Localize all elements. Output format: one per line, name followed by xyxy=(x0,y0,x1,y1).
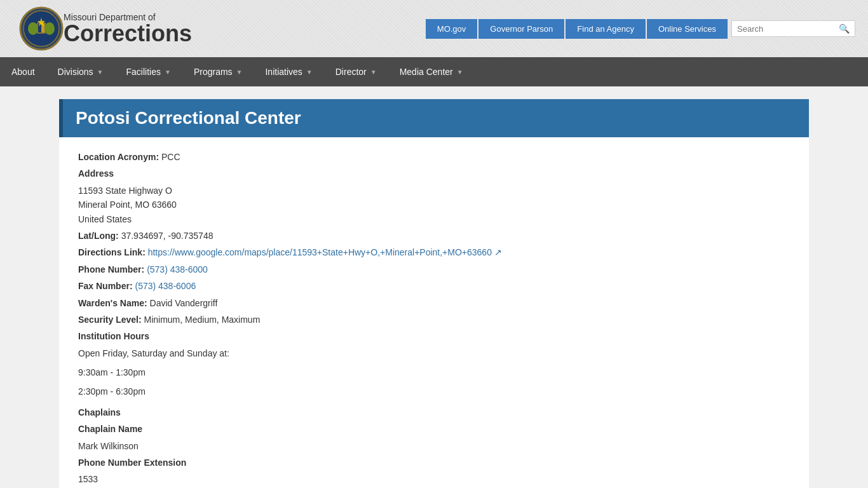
fax-link[interactable]: (573) 438-6006 xyxy=(135,281,196,291)
address-label: Address xyxy=(78,168,114,179)
address-block: 11593 State Highway O Mineral Point, MO … xyxy=(78,184,790,226)
page-content: Potosi Correctional Center Location Acro… xyxy=(59,99,809,488)
fax-label: Fax Number: xyxy=(78,281,133,291)
chaplains-label: Chaplains xyxy=(78,407,121,417)
hours-heading: Institution Hours xyxy=(78,331,149,341)
search-input[interactable] xyxy=(737,24,839,34)
hours-period-2: 2:30pm - 6:30pm xyxy=(78,384,790,398)
svg-point-3 xyxy=(44,22,55,35)
chaplain-phone-row: 1533 xyxy=(78,472,790,486)
nav-programs[interactable]: Programs ▼ xyxy=(182,57,254,86)
nav-initiatives[interactable]: Initiatives ▼ xyxy=(254,57,323,86)
logo-area: Missouri Department of Corrections xyxy=(0,6,192,51)
security-label: Security Level: xyxy=(78,315,142,325)
svg-point-2 xyxy=(28,22,38,35)
hours-period-1: 9:30am - 1:30pm xyxy=(78,365,790,379)
chaplain-name-row: Mark Wilkinson xyxy=(78,439,790,453)
warden-label: Warden's Name: xyxy=(78,298,147,308)
directions-row: Directions Link: https://www.google.com/… xyxy=(78,245,790,259)
address-line-2: Mineral Point, MO 63660 xyxy=(78,198,790,212)
address-line-3: United States xyxy=(78,212,790,226)
location-acronym-label: Location Acronym: xyxy=(78,152,159,162)
directions-link[interactable]: https://www.google.com/maps/place/11593+… xyxy=(148,247,502,257)
phone-link[interactable]: (573) 438-6000 xyxy=(147,264,208,274)
main-nav: About Divisions ▼ Facilities ▼ Programs … xyxy=(0,57,868,86)
latlong-row: Lat/Long: 37.934697, -90.735748 xyxy=(78,229,790,243)
media-center-arrow-icon: ▼ xyxy=(457,69,463,76)
content-body: Location Acronym: PCC Address 11593 Stat… xyxy=(59,137,809,488)
hours-intro: Open Friday, Saturday and Sunday at: xyxy=(78,348,229,358)
address-line-1: 11593 State Highway O xyxy=(78,184,790,198)
search-icon[interactable]: 🔍 xyxy=(839,24,850,34)
divisions-arrow-icon: ▼ xyxy=(97,69,104,76)
nav-divisions[interactable]: Divisions ▼ xyxy=(46,57,115,86)
logo-text: Missouri Department of Corrections xyxy=(64,12,192,45)
director-arrow-icon: ▼ xyxy=(370,69,377,76)
facilities-arrow-icon: ▼ xyxy=(165,69,171,76)
phone-label: Phone Number: xyxy=(78,264,144,274)
chaplain-name-label: Chaplain Name xyxy=(78,424,142,434)
chaplain-phone-label-row: Phone Number Extension xyxy=(78,456,790,470)
site-header: Missouri Department of Corrections MO.go… xyxy=(0,0,868,57)
hours-intro-row: Open Friday, Saturday and Sunday at: xyxy=(78,346,790,360)
page-title-bar: Potosi Correctional Center xyxy=(59,99,809,137)
mo-gov-link[interactable]: MO.gov xyxy=(426,19,478,39)
fax-row: Fax Number: (573) 438-6006 xyxy=(78,279,790,293)
location-acronym-row: Location Acronym: PCC xyxy=(78,150,790,164)
missouri-seal-icon xyxy=(19,6,64,51)
find-agency-link[interactable]: Find an Agency xyxy=(566,19,646,39)
chaplains-section-heading: Chaplains xyxy=(78,405,790,419)
latlong-label: Lat/Long: xyxy=(78,231,119,241)
governor-link[interactable]: Governor Parson xyxy=(478,19,564,39)
top-nav: MO.gov Governor Parson Find an Agency On… xyxy=(426,19,868,39)
location-acronym-value: PCC xyxy=(161,152,180,162)
warden-row: Warden's Name: David Vandergriff xyxy=(78,296,790,310)
nav-media-center[interactable]: Media Center ▼ xyxy=(388,57,475,86)
search-box: 🔍 xyxy=(731,20,855,37)
nav-facilities[interactable]: Facilities ▼ xyxy=(115,57,182,86)
chaplain-phone-value: 1533 xyxy=(78,474,98,484)
chaplain-phone-label: Phone Number Extension xyxy=(78,458,186,468)
initiatives-arrow-icon: ▼ xyxy=(306,69,313,76)
corrections-title: Corrections xyxy=(64,22,192,45)
phone-row: Phone Number: (573) 438-6000 xyxy=(78,262,790,276)
chaplain-name-label-row: Chaplain Name xyxy=(78,422,790,436)
online-services-link[interactable]: Online Services xyxy=(647,19,728,39)
nav-director[interactable]: Director ▼ xyxy=(324,57,388,86)
latlong-value: 37.934697, -90.735748 xyxy=(121,231,214,241)
warden-value: David Vandergriff xyxy=(150,298,218,308)
programs-arrow-icon: ▼ xyxy=(236,69,243,76)
chaplain-name-value: Mark Wilkinson xyxy=(78,441,139,451)
page-title: Potosi Correctional Center xyxy=(76,108,301,128)
directions-label: Directions Link: xyxy=(78,247,146,257)
hours-heading-row: Institution Hours xyxy=(78,329,790,343)
nav-about[interactable]: About xyxy=(0,57,46,86)
security-value: Minimum, Medium, Maximum xyxy=(144,315,261,325)
address-label-row: Address xyxy=(78,166,790,180)
security-row: Security Level: Minimum, Medium, Maximum xyxy=(78,313,790,327)
